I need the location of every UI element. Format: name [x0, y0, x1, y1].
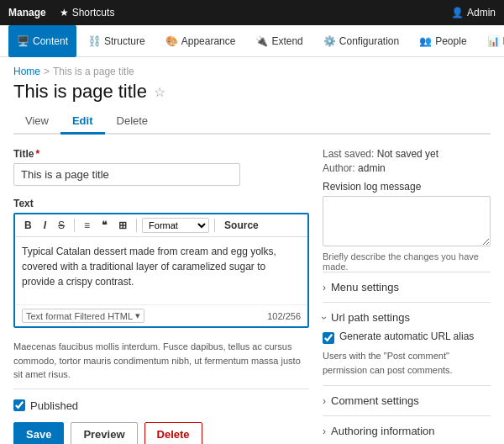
comment-settings-label: Comment settings [331, 394, 419, 407]
text-label: Text [13, 198, 309, 209]
url-checkbox-row: Generate automatic URL alias [323, 330, 491, 344]
chevron-down-icon: ▾ [135, 310, 140, 321]
strike-button[interactable]: S [54, 218, 69, 233]
toolbar-divider-3 [214, 219, 215, 232]
tab-view[interactable]: View [13, 109, 60, 135]
text-field-group: Text B I S ≡ ❝ ⊞ Format Heading 1 [13, 198, 309, 328]
format-select-toolbar[interactable]: Format Heading 1 Heading 2 Paragraph [142, 218, 209, 233]
page-title: This is page title [13, 81, 147, 103]
nav-configuration[interactable]: ⚙️ Configuration [315, 25, 407, 57]
revision-hint: Briefly describe the changes you have ma… [323, 251, 491, 272]
published-checkbox[interactable] [13, 399, 25, 411]
comment-settings-header[interactable]: › Comment settings [323, 394, 491, 407]
editor-footer: Text format Filtered HTML ▾ 102/256 [15, 304, 307, 326]
title-label: Title* [13, 148, 309, 160]
url-path-header[interactable]: › Url path settings [323, 311, 491, 324]
chevron-right-icon: › [323, 282, 326, 293]
configuration-icon: ⚙️ [323, 35, 336, 47]
accordion-url-path: › Url path settings Generate automatic U… [323, 302, 491, 385]
accordion-authoring-info: › Authoring information [323, 415, 491, 444]
accordion-menu-settings: › Menu settings [323, 272, 491, 302]
menu-settings-label: Menu settings [331, 281, 399, 293]
menu-settings-header[interactable]: › Menu settings [323, 281, 491, 293]
breadcrumb-home[interactable]: Home [13, 66, 40, 77]
revision-label: Revision log message [323, 181, 491, 193]
favorite-icon[interactable]: ☆ [154, 84, 165, 100]
url-body-text: Users with the "Post comment" permission… [323, 349, 491, 377]
tab-edit[interactable]: Edit [60, 109, 105, 135]
structure-icon: ⛓️ [88, 35, 101, 47]
shortcuts-link[interactable]: ★ Shortcuts [60, 7, 115, 18]
nav-people[interactable]: 👥 People [411, 25, 475, 57]
tab-delete[interactable]: Delete [105, 109, 160, 135]
nav-extend[interactable]: 🔌 Extend [247, 25, 311, 57]
title-field-group: Title* [13, 148, 309, 186]
appearance-icon: 🎨 [165, 35, 178, 47]
nav-reports[interactable]: 📊 Reports [479, 25, 504, 57]
published-label[interactable]: Published [30, 399, 78, 412]
editor-toolbar: B I S ≡ ❝ ⊞ Format Heading 1 Heading 2 P… [15, 214, 307, 237]
main-col: Title* Text B I S ≡ ❝ ⊞ [13, 148, 309, 444]
action-buttons: Save Preview Delete [13, 422, 309, 445]
published-row: Published [13, 399, 309, 412]
editor-wrapper: B I S ≡ ❝ ⊞ Format Heading 1 Heading 2 P… [13, 213, 309, 328]
last-saved-row: Last saved: Not saved yet [323, 148, 491, 160]
url-path-body: Generate automatic URL alias Users with … [323, 324, 491, 377]
star-icon: ★ [60, 7, 69, 18]
format-value: Filtered HTML [74, 311, 133, 321]
nav-content[interactable]: 🖥️ Content [8, 25, 76, 57]
save-button[interactable]: Save [13, 422, 64, 445]
content-layout: Title* Text B I S ≡ ❝ ⊞ [13, 148, 491, 444]
divider [13, 388, 309, 389]
image-button[interactable]: ⊞ [114, 218, 131, 233]
extend-icon: 🔌 [255, 35, 268, 47]
nav-bar: 🖥️ Content ⛓️ Structure 🎨 Appearance 🔌 E… [0, 25, 504, 57]
authoring-info-header[interactable]: › Authoring information [323, 425, 491, 437]
authoring-info-label: Authoring information [331, 425, 435, 437]
reports-icon: 📊 [487, 35, 500, 47]
chevron-right-icon-comment: › [323, 395, 326, 407]
side-col: Last saved: Not saved yet Author: admin … [323, 148, 491, 444]
content-icon: 🖥️ [17, 35, 29, 47]
url-path-label: Url path settings [331, 311, 410, 324]
disclaimer-text: Maecenas faucibus mollis interdum. Fusce… [13, 340, 309, 382]
chevron-right-icon-authoring: › [323, 426, 326, 437]
text-format-label: Text format [26, 311, 71, 321]
list-button[interactable]: ≡ [80, 218, 94, 233]
bold-button[interactable]: B [20, 218, 36, 233]
breadcrumb: Home > This is a page title [13, 66, 491, 77]
breadcrumb-separator: > [44, 66, 50, 77]
toolbar-divider-1 [74, 219, 75, 232]
manage-link[interactable]: Manage [8, 7, 46, 18]
admin-link[interactable]: 👤 Admin [451, 7, 496, 18]
revision-textarea[interactable] [323, 196, 491, 246]
editor-body[interactable]: Typical Catalan dessert made from cream … [15, 237, 307, 304]
toolbar-divider-2 [136, 219, 137, 232]
tabs: View Edit Delete [13, 109, 491, 135]
author-row: Author: admin [323, 162, 491, 174]
admin-icon: 👤 [451, 7, 464, 18]
side-panel: Last saved: Not saved yet Author: admin … [323, 148, 491, 444]
required-mark: * [35, 148, 39, 160]
quote-button[interactable]: ❝ [97, 218, 111, 233]
delete-button[interactable]: Delete [144, 422, 202, 445]
nav-structure[interactable]: ⛓️ Structure [80, 25, 154, 57]
url-alias-label[interactable]: Generate automatic URL alias [339, 330, 474, 342]
text-format-select[interactable]: Text format Filtered HTML ▾ [22, 309, 144, 323]
chevron-down-icon-url: › [318, 316, 330, 320]
nav-appearance[interactable]: 🎨 Appearance [157, 25, 244, 57]
breadcrumb-current: This is a page title [53, 66, 134, 77]
page-title-row: This is page title ☆ [13, 81, 491, 103]
title-input[interactable] [13, 163, 240, 186]
people-icon: 👥 [419, 35, 432, 47]
source-button[interactable]: Source [220, 218, 263, 233]
italic-button[interactable]: I [39, 218, 50, 233]
word-count: 102/256 [267, 311, 301, 321]
top-bar: Manage ★ Shortcuts 👤 Admin [0, 0, 504, 25]
url-alias-checkbox[interactable] [323, 332, 334, 344]
preview-button[interactable]: Preview [71, 422, 137, 445]
page-wrapper: Home > This is a page title This is page… [0, 57, 504, 444]
accordion-comment-settings: › Comment settings [323, 385, 491, 415]
